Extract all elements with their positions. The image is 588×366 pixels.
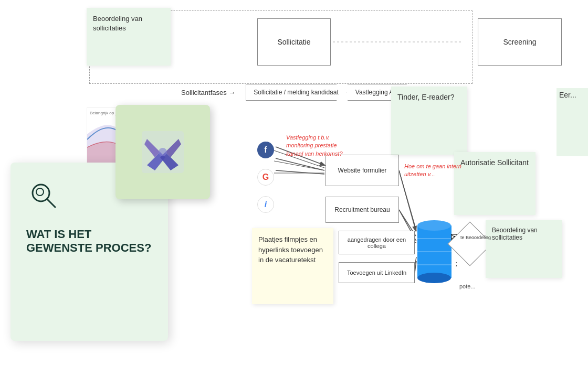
svg-line-18 (399, 170, 416, 231)
title-line1: WAT IS HET (26, 228, 152, 241)
hoe-annotation-text: Hoe om te gaan intern uitzetten v... (404, 163, 461, 177)
database-svg: X Y Z (415, 215, 457, 288)
sticky-tinder: Tinder, E-reader? (391, 87, 467, 155)
social-icons: f G i (257, 142, 274, 213)
sticky-tinder-text: Tinder, E-reader? (397, 93, 454, 101)
recruitment-box: Recruitment bureau (326, 197, 399, 223)
candidate-box1-label: aangedragen door een collega (342, 236, 412, 249)
svg-line-24 (274, 161, 324, 170)
candidate-box2-label: Toevoegen uit LinkedIn (347, 270, 406, 276)
red-annotation-1: Vastlegging t.b.v. monitoring prestatie … (286, 134, 354, 158)
sticky-plaatjes-text: Plaatjes filmpjes en hyperlinks toevoege… (258, 235, 323, 264)
sticky-beoordeling-right: Beoordeling van sollicitaties (486, 220, 562, 278)
svg-point-2 (159, 148, 167, 156)
svg-point-4 (36, 188, 44, 196)
sollicitatie-box: Sollicitatie (257, 18, 331, 66)
sticky-plaatjes: Plaatjes filmpjes en hyperlinks toevoege… (252, 228, 333, 304)
sticky-autorisatie: Autorisatie Sollicitant (454, 152, 536, 215)
logo-svg (136, 126, 189, 178)
logo-card (116, 105, 210, 199)
search-icon (26, 178, 63, 215)
sollicitatie-label: Sollicitatie (277, 38, 310, 46)
beoordeling-diamond-label: te Beoordeling (460, 235, 491, 240)
facebook-icon: f (257, 142, 274, 158)
svg-line-26 (399, 170, 416, 231)
google-icon: G (257, 169, 274, 186)
eerste-sticky: Eer... (556, 88, 588, 156)
sticky-beoordeling-right-text: Beoordeling van sollicitaties (492, 227, 538, 241)
svg-text:pote...: pote... (459, 283, 476, 289)
candidate-box1: aangedragen door een collega (339, 231, 415, 254)
website-formulier-label: Website formulier (338, 167, 386, 174)
red-annotation-1-text: Vastlegging t.b.v. monitoring prestatie … (286, 134, 343, 157)
phase-row: Sollicitantfases → Sollicitatie / meldin… (181, 84, 414, 101)
svg-line-17 (276, 170, 324, 174)
svg-text:Z: Z (456, 261, 457, 267)
whiteboard: Beoordeling van sollicitaties Sollicitat… (0, 0, 588, 366)
sticky-topleft-text: Beoordeling van sollicitaties (93, 15, 142, 32)
svg-point-7 (417, 220, 451, 231)
hoe-annotation: Hoe om te gaan intern uitzetten v... (404, 163, 467, 179)
website-formulier-box: Website formulier (326, 155, 399, 186)
sticky-topleft: Beoordeling van sollicitaties (87, 8, 171, 66)
screening-label: Screening (503, 38, 536, 46)
title-line2: GEWENSTE PROCES? (26, 241, 152, 255)
svg-point-8 (417, 273, 451, 283)
database: X Y Z (415, 215, 452, 278)
screening-box: Screening (478, 18, 562, 66)
phase-item-1: Sollicitatie / melding kandidaat (246, 84, 346, 101)
recruitment-label: Recruitment bureau (334, 206, 390, 213)
svg-line-5 (47, 199, 55, 207)
phase-item-1-label: Sollicitatie / melding kandidaat (254, 89, 338, 96)
sticky-autorisatie-text: Autorisatie Sollicitant (460, 158, 529, 167)
main-card-title: WAT IS HET GEWENSTE PROCES? (26, 228, 152, 255)
phase-row-label: Sollicitantfases → (181, 89, 235, 96)
svg-line-16 (276, 158, 324, 170)
candidate-box2: Toevoegen uit LinkedIn (339, 262, 415, 283)
info-icon: i (257, 196, 274, 213)
